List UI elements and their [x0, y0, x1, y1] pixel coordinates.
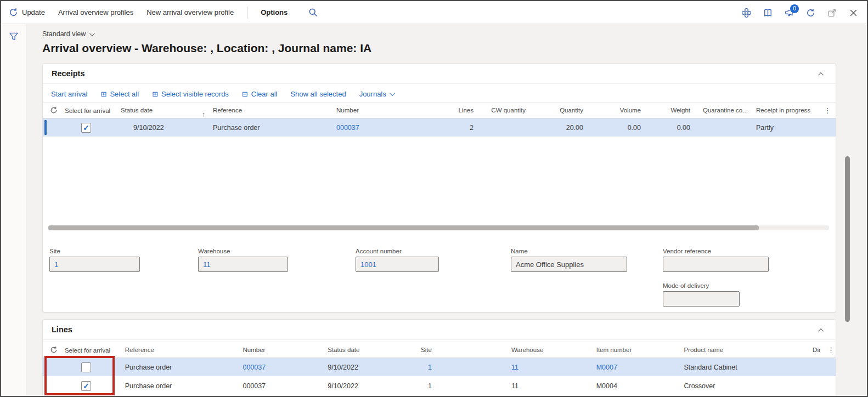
column-product-name[interactable]: Product name [681, 347, 810, 353]
row-checkbox[interactable]: ✓ [81, 123, 91, 133]
collapse-receipts-icon[interactable] [818, 72, 824, 78]
cell-reference: Purchase order [213, 124, 336, 132]
cell-status-date: 9/10/2022 [328, 364, 410, 371]
cell-number-link[interactable]: 000037 [243, 364, 328, 371]
cell-status-date: 9/10/2022 [328, 382, 410, 390]
name-label: Name [511, 248, 627, 254]
cell-warehouse-link[interactable]: 11 [432, 364, 594, 371]
left-filter-rail [1, 24, 26, 396]
mode-of-delivery-field: Mode of delivery [663, 282, 740, 307]
column-receipt-in-progress[interactable]: Receipt in progress [748, 107, 819, 114]
column-quantity[interactable]: Quantity [526, 107, 583, 114]
divider [43, 339, 836, 340]
name-field: Name [511, 248, 627, 272]
column-volume[interactable]: Volume [583, 107, 641, 114]
view-selector[interactable]: Standard view [42, 30, 93, 38]
vertical-scrollbar-thumb[interactable] [845, 156, 850, 322]
cell-product-name: Standard Cabinet [681, 364, 810, 371]
chevron-down-icon [89, 31, 95, 36]
task-guide-book-icon[interactable] [763, 8, 773, 18]
select-visible-records-button[interactable]: ⊞Select visible records [152, 90, 229, 98]
column-select-for-arrival[interactable]: Select for arrival [65, 347, 122, 354]
select-all-button[interactable]: ⊞Select all [100, 90, 139, 98]
column-item-number[interactable]: Item number [594, 347, 681, 353]
cell-reference: Purchase order [122, 364, 243, 371]
mode-of-delivery-label: Mode of delivery [663, 282, 740, 289]
clear-all-button[interactable]: ⊟Clear all [242, 90, 278, 98]
toolbar-divider [247, 7, 247, 19]
chevron-down-icon [390, 90, 395, 96]
column-dir-truncated[interactable]: Dir [810, 347, 827, 353]
row-checkbox[interactable]: ✓ [81, 362, 91, 372]
lines-table-row[interactable]: ✓ Purchase order 000037 9/10/2022 1 11 M… [43, 377, 836, 395]
account-number-label: Account number [356, 248, 439, 254]
cell-weight: 0.00 [641, 124, 690, 132]
cell-item-number-link[interactable]: M0007 [594, 364, 681, 371]
close-icon[interactable] [849, 8, 858, 18]
horizontal-scrollbar-thumb[interactable] [48, 225, 759, 230]
column-lines[interactable]: Lines [427, 107, 474, 114]
update-button[interactable]: Update [9, 8, 45, 17]
column-status-date[interactable]: Status date↑ [120, 107, 213, 114]
arrival-overview-profiles-button[interactable]: Arrival overview profiles [58, 8, 133, 16]
warehouse-label: Warehouse [198, 248, 288, 254]
refresh-icon [9, 8, 18, 17]
vendor-reference-label: Vendor reference [663, 248, 769, 254]
kebab-menu-icon[interactable]: ⋮ [819, 106, 836, 115]
kebab-menu-icon[interactable]: ⋮ [827, 346, 836, 354]
column-status-date[interactable]: Status date [328, 347, 410, 353]
cell-site-link[interactable]: 1 [410, 364, 432, 371]
start-arrival-button[interactable]: Start arrival [51, 90, 87, 98]
show-all-selected-button[interactable]: Show all selected [290, 90, 346, 98]
vendor-reference-field: Vendor reference [663, 248, 769, 272]
popout-window-icon[interactable] [827, 8, 837, 18]
column-select-for-arrival[interactable]: Select for arrival [65, 107, 120, 114]
site-input[interactable] [49, 257, 140, 272]
grid-select-icon: ⊞ [100, 90, 106, 98]
notification-badge: 0 [790, 4, 799, 13]
column-warehouse[interactable]: Warehouse [432, 347, 594, 353]
search-icon[interactable] [308, 8, 318, 17]
column-number[interactable]: Number [336, 107, 427, 114]
options-menu-button[interactable]: Options [261, 8, 288, 16]
name-input[interactable] [511, 257, 627, 272]
cell-quantity: 20.00 [526, 124, 583, 132]
refresh-page-icon[interactable] [806, 8, 815, 18]
column-site[interactable]: Site [410, 347, 432, 353]
cell-volume: 0.00 [583, 124, 641, 132]
cell-lines: 2 [427, 124, 474, 132]
cell-number-link[interactable]: 000037 [336, 124, 427, 132]
lines-grid-header: Select for arrival Reference Number Stat… [43, 342, 836, 358]
cell-receipt-in-progress: Partly [748, 124, 819, 132]
account-number-field: Account number [356, 248, 439, 272]
cell-number: 000037 [243, 382, 328, 390]
lines-table-row[interactable]: ✓ Purchase order 000037 9/10/2022 1 11 M… [43, 358, 836, 376]
filter-funnel-icon[interactable] [9, 32, 18, 41]
grid-refresh-icon[interactable] [50, 346, 58, 354]
journals-menu-button[interactable]: Journals [359, 90, 393, 98]
check-icon: ✓ [83, 124, 89, 132]
row-checkbox[interactable]: ✓ [81, 381, 91, 391]
cell-reference: Purchase order [122, 382, 243, 390]
column-weight[interactable]: Weight [641, 107, 690, 114]
divider [43, 83, 836, 84]
grid-refresh-icon[interactable] [50, 106, 58, 114]
mode-of-delivery-input[interactable] [663, 291, 740, 307]
column-cw-quantity[interactable]: CW quantity [474, 107, 526, 114]
column-reference[interactable]: Reference [122, 347, 243, 353]
cell-warehouse: 11 [432, 382, 594, 390]
cell-product-name: Crossover [681, 382, 810, 390]
column-reference[interactable]: Reference [213, 107, 336, 114]
receipts-table-row[interactable]: ✓ 9/10/2022 Purchase order 000037 2 20.0… [43, 118, 836, 137]
dynamics-apps-icon[interactable] [742, 8, 751, 18]
notifications-button[interactable]: 0 [785, 8, 794, 18]
cell-status-date: 9/10/2022 [120, 124, 213, 132]
collapse-lines-icon[interactable] [818, 328, 824, 334]
vendor-reference-input[interactable] [663, 257, 769, 272]
column-number[interactable]: Number [243, 347, 328, 353]
new-arrival-overview-profile-button[interactable]: New arrival overview profile [146, 8, 234, 16]
column-quarantine[interactable]: Quarantine co... [690, 107, 748, 114]
check-icon: ✓ [83, 382, 89, 390]
warehouse-input[interactable] [198, 257, 288, 272]
account-number-input[interactable] [356, 257, 439, 272]
